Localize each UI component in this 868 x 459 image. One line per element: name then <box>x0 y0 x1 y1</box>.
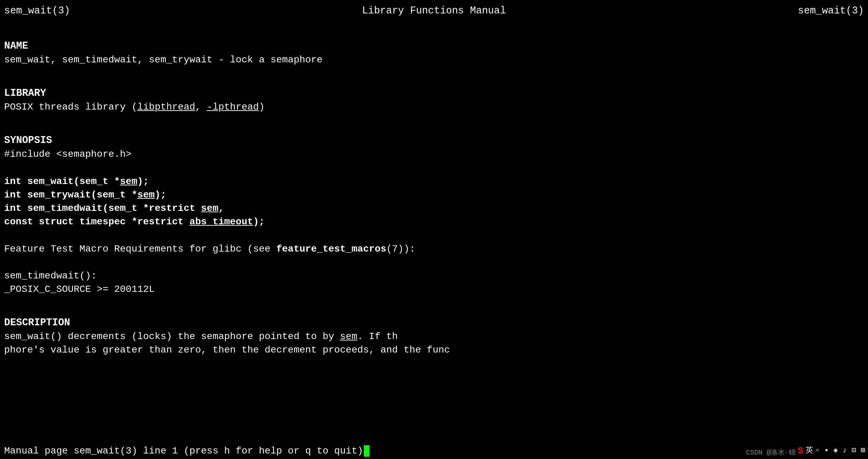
blank-spacer <box>4 161 864 175</box>
library-content: POSIX threads library (libpthread, -lpth… <box>4 100 864 114</box>
description-line2: phore's value is greater than zero, then… <box>4 343 864 357</box>
terminal-window: sem_wait(3) Library Functions Manual sem… <box>0 0 868 459</box>
library-heading: LIBRARY <box>4 86 864 101</box>
header-right: sem_wait(3) <box>798 4 864 18</box>
library-comma: , <box>195 102 207 112</box>
func2-bold: sem_trywait <box>27 190 91 200</box>
feature-line: Feature Test Macro Requirements for glib… <box>4 242 864 256</box>
header-line: sem_wait(3) Library Functions Manual sem… <box>0 3 868 20</box>
blank-spacer <box>4 296 864 309</box>
blank-spacer <box>4 228 864 242</box>
func3-line2-end: ); <box>253 216 265 227</box>
feature-bold: feature_test_macros <box>276 244 386 254</box>
header-left: sem_wait(3) <box>4 4 70 18</box>
func1-bold: sem_wait <box>27 176 73 187</box>
description-line1: sem_wait() decrements (locks) the semaph… <box>4 330 864 343</box>
func3-prefix: int <box>4 203 27 214</box>
desc-line1-sem: sem <box>340 331 357 342</box>
blank-spacer <box>4 20 864 33</box>
libpthread-link[interactable]: libpthread <box>137 102 195 112</box>
func1-line: int sem_wait(sem_t *sem); <box>4 175 864 188</box>
taskbar-s-icon: S <box>798 444 804 458</box>
func2-end: ); <box>155 190 166 200</box>
desc-line1-prefix: sem_wait() decrements (locks) the semaph… <box>4 331 340 342</box>
status-text: Manual page sem_wait(3) line 1 (press h … <box>4 444 363 458</box>
name-heading: NAME <box>4 39 864 53</box>
blank-spacer <box>4 67 864 80</box>
func2-sem: sem <box>137 190 154 200</box>
synopsis-include: #include <semaphore.h> <box>4 147 864 161</box>
timedwait-label: sem_timedwait(): <box>4 269 864 283</box>
posix-source: _POSIX_C_SOURCE >= 200112L <box>4 283 864 296</box>
func3-end: , <box>218 203 224 214</box>
manual-content: NAME sem_wait, sem_timedwait, sem_trywai… <box>0 20 868 357</box>
synopsis-heading: SYNOPSIS <box>4 134 864 148</box>
func3-line2-prefix: const struct timespec *restrict <box>4 216 190 227</box>
blank-spacer <box>4 114 864 127</box>
taskbar-misc-icons: ▫ ▪ ◈ ♪ ⊡ ⊞ <box>815 446 865 456</box>
func3-sem: sem <box>201 203 218 214</box>
feature-end: (7)): <box>386 244 415 254</box>
func1-prefix: int <box>4 176 27 187</box>
library-suffix: ) <box>259 102 265 112</box>
func3-line2: const struct timespec *restrict abs_time… <box>4 215 864 228</box>
taskbar-icons: S 英 ▫ ▪ ◈ ♪ ⊡ ⊞ <box>795 443 868 459</box>
func3-line1: int sem_timedwait(sem_t *restrict sem, <box>4 202 864 215</box>
cursor-block <box>364 445 369 457</box>
func1-end: ); <box>137 176 149 187</box>
taskbar-lang: 英 <box>806 446 813 456</box>
func2-line: int sem_trywait(sem_t *sem); <box>4 188 864 202</box>
feature-text: Feature Test Macro Requirements for glib… <box>4 244 276 254</box>
header-center: Library Functions Manual <box>362 4 506 18</box>
description-heading: DESCRIPTION <box>4 316 864 330</box>
status-bar: Manual page sem_wait(3) line 1 (press h … <box>0 443 868 459</box>
lpthread-link[interactable]: -lpthread <box>207 102 259 112</box>
name-content: sem_wait, sem_timedwait, sem_trywait - l… <box>4 53 864 67</box>
func3-abs: abs_timeout <box>190 216 253 227</box>
desc-line1-suffix: . If th <box>357 331 398 342</box>
func2-prefix: int <box>4 190 27 200</box>
func3-bold: sem_timedwait <box>27 203 102 214</box>
func2-suffix: (sem_t * <box>91 190 137 200</box>
func3-suffix: (sem_t *restrict <box>103 203 201 214</box>
watermark: CSDN @洛水·锦 <box>746 448 796 458</box>
library-prefix: POSIX threads library ( <box>4 102 137 112</box>
func1-suffix: (sem_t * <box>74 176 120 187</box>
func1-sem: sem <box>120 176 137 187</box>
blank-spacer <box>4 256 864 269</box>
